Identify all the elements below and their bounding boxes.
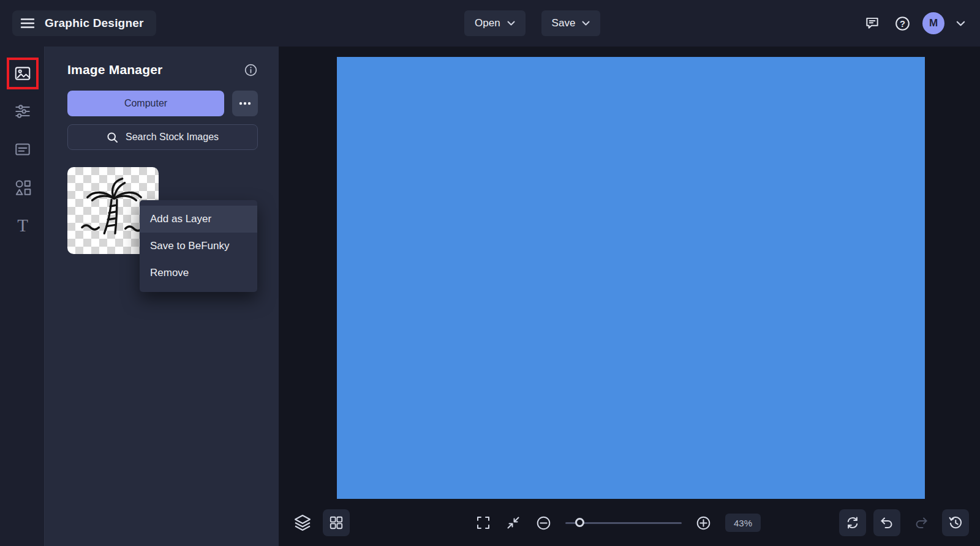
zoom-in-button[interactable]: [695, 514, 712, 532]
history-button[interactable]: [942, 509, 969, 536]
zoom-controls: 43%: [475, 514, 761, 532]
menu-item-remove[interactable]: Remove: [140, 260, 257, 286]
chevron-down-icon: [507, 21, 515, 26]
templates-icon: [13, 140, 32, 159]
computer-button[interactable]: Computer: [67, 91, 224, 116]
collapse-icon: [506, 515, 521, 530]
account-menu-button[interactable]: [954, 18, 968, 29]
search-icon: [107, 132, 118, 143]
grid-icon: [329, 515, 344, 530]
tool-rail: T: [0, 47, 45, 546]
history-icon: [948, 515, 963, 530]
menu-item-add-as-layer[interactable]: Add as Layer: [140, 206, 257, 233]
panel-header: Image Manager: [67, 62, 258, 77]
hamburger-icon: [20, 17, 36, 30]
source-row: Computer: [67, 91, 258, 116]
rail-item-graphics[interactable]: [7, 171, 39, 203]
top-bar: Graphic Designer Open Save: [0, 0, 980, 47]
help-icon: ?: [894, 15, 911, 32]
search-button-label: Search Stock Images: [126, 132, 219, 143]
topbar-right-group: ? M: [862, 12, 968, 34]
context-menu: Add as Layer Save to BeFunky Remove: [140, 200, 257, 292]
app-title: Graphic Designer: [45, 17, 144, 30]
layers-icon: [293, 514, 312, 532]
svg-text:T: T: [17, 216, 28, 234]
undo-button[interactable]: [873, 509, 900, 536]
comments-icon: [864, 15, 880, 31]
search-stock-images-button[interactable]: Search Stock Images: [67, 124, 258, 150]
computer-button-label: Computer: [124, 98, 167, 108]
rail-item-edit[interactable]: [7, 95, 39, 127]
ellipsis-icon: [239, 102, 251, 105]
reset-button[interactable]: [839, 509, 866, 536]
panel-title: Image Manager: [67, 62, 163, 77]
info-icon: [244, 63, 258, 77]
toolbar-left-group: [292, 509, 350, 536]
more-options-button[interactable]: [232, 91, 258, 116]
app-menu-chip: Graphic Designer: [12, 10, 156, 36]
zoom-out-button[interactable]: [535, 514, 552, 532]
refresh-icon: [845, 515, 860, 530]
undo-icon: [880, 515, 894, 530]
fit-to-screen-button[interactable]: [475, 514, 492, 531]
layers-button[interactable]: [292, 512, 313, 533]
redo-icon: [914, 515, 929, 530]
open-button[interactable]: Open: [464, 10, 526, 36]
image-manager-icon: [13, 64, 32, 83]
save-button-label: Save: [552, 17, 576, 29]
feedback-button[interactable]: [862, 13, 883, 34]
zoom-out-icon: [536, 515, 551, 531]
image-manager-panel: Image Manager Computer: [45, 47, 279, 546]
chevron-down-icon: [582, 21, 590, 26]
chevron-down-icon: [956, 21, 965, 26]
save-button[interactable]: Save: [541, 10, 601, 36]
help-button[interactable]: ?: [892, 13, 913, 34]
zoom-slider[interactable]: [565, 517, 682, 529]
rail-item-image-manager[interactable]: [7, 58, 39, 89]
artboard[interactable]: [337, 57, 925, 499]
zoom-slider-knob[interactable]: [575, 518, 584, 527]
menu-item-save-to-befunky[interactable]: Save to BeFunky: [140, 233, 257, 260]
redo-button[interactable]: [908, 509, 935, 536]
rail-item-text[interactable]: T: [7, 209, 39, 241]
fit-screen-icon: [476, 515, 491, 530]
history-controls: [839, 509, 969, 536]
avatar[interactable]: M: [922, 12, 944, 34]
svg-text:?: ?: [900, 18, 905, 28]
open-button-label: Open: [475, 17, 500, 29]
canvas-area: 43%: [279, 47, 980, 546]
bottom-toolbar: 43%: [279, 499, 980, 546]
pages-grid-button[interactable]: [323, 509, 350, 536]
actual-size-button[interactable]: [505, 514, 522, 531]
file-actions: Open Save: [464, 10, 600, 36]
app-window: Graphic Designer Open Save: [0, 0, 980, 546]
info-button[interactable]: [244, 63, 258, 77]
rail-item-templates[interactable]: [7, 133, 39, 165]
zoom-level-value[interactable]: 43%: [725, 514, 761, 532]
sliders-icon: [13, 102, 32, 121]
text-icon: T: [13, 216, 32, 234]
zoom-in-icon: [696, 515, 711, 531]
shapes-icon: [13, 178, 32, 196]
main-menu-button[interactable]: [20, 17, 36, 30]
